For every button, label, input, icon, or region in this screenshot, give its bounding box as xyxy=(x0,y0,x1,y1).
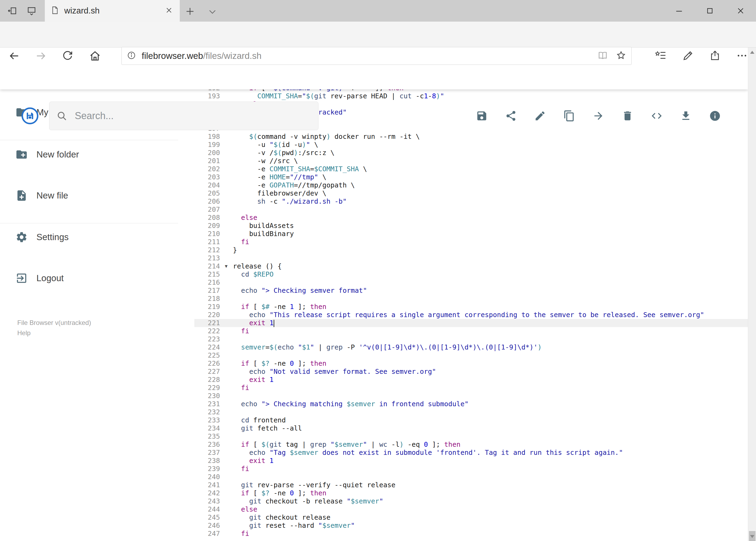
line-number: 235 xyxy=(194,432,220,440)
scrollbar-down-button[interactable] xyxy=(748,532,756,541)
code-line[interactable]: 214▾release () { xyxy=(194,262,748,270)
code-line[interactable]: 243 git checkout -b release "$semver" xyxy=(194,497,748,505)
code-line[interactable]: 232 xyxy=(194,408,748,416)
code-line[interactable]: 239 fi xyxy=(194,465,748,473)
code-line[interactable]: 226 if [ $? -ne 0 ]; then xyxy=(194,359,748,367)
code-line[interactable]: 227 echo "Not valid semver format. See s… xyxy=(194,367,748,376)
search-input[interactable] xyxy=(75,110,311,122)
code-line[interactable]: 218 xyxy=(194,295,748,303)
share-icon[interactable] xyxy=(709,50,721,62)
code-line[interactable]: 212} xyxy=(194,246,748,254)
code-line[interactable]: 244 else xyxy=(194,505,748,513)
code-line[interactable]: 240 xyxy=(194,473,748,481)
code-line[interactable]: 230 xyxy=(194,392,748,400)
hub-icon[interactable] xyxy=(655,50,667,62)
code-line[interactable]: 245 git checkout release xyxy=(194,513,748,522)
more-icon[interactable] xyxy=(736,50,748,62)
code-line[interactable]: 221 exit 1 xyxy=(194,319,748,327)
code-line[interactable]: 193 COMMIT_SHA="$(git rev-parse HEAD | c… xyxy=(194,92,748,100)
sidebar-item-new-file[interactable]: New file xyxy=(0,185,194,206)
code-line[interactable]: 200 -v /$(pwd):/src:z \ xyxy=(194,149,748,157)
code-line[interactable]: 225 xyxy=(194,351,748,359)
code-line[interactable]: 213 xyxy=(194,254,748,262)
code-line[interactable]: 235 xyxy=(194,432,748,440)
code-line[interactable]: 205 filebrowser/dev \ xyxy=(194,189,748,198)
code-line[interactable]: 203 -e HOME="//tmp" \ xyxy=(194,173,748,181)
sidebar-item-logout[interactable]: Logout xyxy=(0,268,194,289)
edit-button[interactable] xyxy=(534,110,546,122)
site-info-icon[interactable] xyxy=(126,51,136,61)
move-button[interactable] xyxy=(593,110,604,122)
code-line[interactable]: 204 -e GOPATH=//tmp/gopath \ xyxy=(194,181,748,189)
save-button[interactable] xyxy=(476,110,488,122)
code-line[interactable]: 236 if [ $(git tag | grep "$semver" | wc… xyxy=(194,440,748,449)
search-bar[interactable] xyxy=(49,102,319,130)
maximize-button[interactable] xyxy=(694,0,725,22)
share-button[interactable] xyxy=(505,110,517,122)
forward-icon[interactable] xyxy=(35,50,47,62)
code-editor[interactable]: 192 if [ "$(command -v git)" != "" ]; th… xyxy=(194,84,748,541)
delete-button[interactable] xyxy=(622,110,633,122)
code-line[interactable]: 209 buildAssets xyxy=(194,222,748,230)
code-line[interactable]: 224 semver=$(echo "$1" | grep -P '^v(0|[… xyxy=(194,343,748,351)
home-icon[interactable] xyxy=(89,50,101,62)
code-line[interactable]: 211 fi xyxy=(194,238,748,246)
set-tabs-aside-icon[interactable] xyxy=(7,6,17,16)
code-line[interactable]: 208 else xyxy=(194,214,748,222)
scrollbar-up-button[interactable] xyxy=(748,48,756,57)
minimize-button[interactable] xyxy=(664,0,694,22)
copy-button[interactable] xyxy=(563,110,575,122)
new-tab-button[interactable] xyxy=(184,5,196,17)
help-link[interactable]: Help xyxy=(17,328,91,338)
favorite-star-icon[interactable] xyxy=(616,50,627,62)
sidebar-item-settings[interactable]: Settings xyxy=(0,226,194,248)
sidebar-item-new-folder[interactable]: New folder xyxy=(0,144,194,165)
code-line[interactable]: 207 xyxy=(194,206,748,214)
line-number: 200 xyxy=(194,149,220,157)
code-line[interactable]: 210 buildBinary xyxy=(194,230,748,238)
tab-close-icon[interactable] xyxy=(165,6,173,16)
browser-tab[interactable]: wizard.sh xyxy=(45,0,180,22)
code-line[interactable]: 206 sh -c "./wizard.sh -b" xyxy=(194,198,748,206)
code-line[interactable]: 246 git reset --hard "$semver" xyxy=(194,522,748,530)
back-icon[interactable] xyxy=(8,50,20,62)
code-line[interactable]: 222 fi xyxy=(194,327,748,335)
tab-title: wizard.sh xyxy=(64,6,165,16)
download-button[interactable] xyxy=(680,110,692,122)
code-line[interactable]: 220 echo "This release script requires a… xyxy=(194,311,748,319)
tabs-preview-icon[interactable] xyxy=(26,6,37,16)
code-line[interactable]: 217 echo "> Checking semver format" xyxy=(194,286,748,295)
code-line[interactable]: 215 cd $REPO xyxy=(194,270,748,278)
code-line[interactable]: 247 fi xyxy=(194,530,748,538)
info-button[interactable] xyxy=(709,110,721,122)
code-line[interactable]: 238 exit 1 xyxy=(194,457,748,465)
code-line[interactable]: 237 echo "Tag $semver does not exist in … xyxy=(194,449,748,457)
code-line[interactable]: 241 git rev-parse --verify --quiet relea… xyxy=(194,481,748,489)
line-number: 232 xyxy=(194,408,220,416)
code-line[interactable]: 228 exit 1 xyxy=(194,376,748,384)
code-view-button[interactable] xyxy=(651,110,662,122)
code-line[interactable]: 216 xyxy=(194,278,748,286)
code-line[interactable]: 242 if [ $? -ne 0 ]; then xyxy=(194,489,748,497)
close-window-button[interactable] xyxy=(725,0,756,22)
code-line[interactable]: 229 fi xyxy=(194,384,748,392)
code-line[interactable]: 233 cd frontend xyxy=(194,416,748,424)
file-browser-logo[interactable] xyxy=(21,107,39,125)
code-line[interactable]: 201 -w //src \ xyxy=(194,157,748,165)
code-line[interactable]: 202 -e COMMIT_SHA=$COMMIT_SHA \ xyxy=(194,165,748,173)
line-number: 245 xyxy=(194,513,220,522)
page-scrollbar[interactable] xyxy=(748,48,756,541)
address-bar[interactable]: filebrowser.web/files/wizard.sh xyxy=(122,47,631,65)
fold-toggle-icon[interactable]: ▾ xyxy=(225,262,227,270)
sidebar-divider xyxy=(0,140,178,140)
refresh-icon[interactable] xyxy=(61,50,74,62)
tab-list-chevron-icon[interactable] xyxy=(207,6,218,17)
code-line[interactable]: 223 xyxy=(194,335,748,343)
code-line[interactable]: 219 if [ $# -ne 1 ]; then xyxy=(194,303,748,311)
code-line[interactable]: 231 echo "> Checking matching $semver in… xyxy=(194,400,748,408)
code-line[interactable]: 199 -u "$(id -u)" \ xyxy=(194,141,748,149)
code-line[interactable]: 234 git fetch --all xyxy=(194,424,748,432)
web-note-pen-icon[interactable] xyxy=(682,50,694,62)
code-line[interactable]: 198 $(command -v winpty) docker run --rm… xyxy=(194,133,748,141)
reading-view-icon[interactable] xyxy=(597,50,608,62)
